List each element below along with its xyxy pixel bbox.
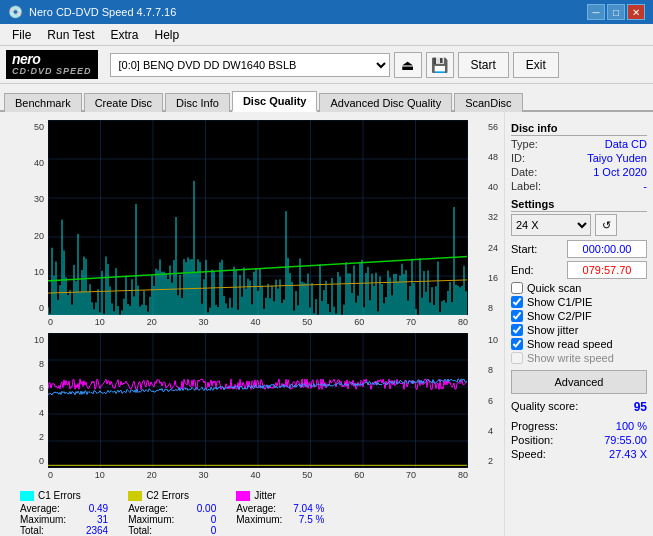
disc-id-value: Taiyo Yuden (587, 152, 647, 164)
logo-nero: nero (12, 52, 92, 67)
logo-cdspeed: CD·DVD SPEED (12, 67, 92, 77)
c2-total-row: Total: 0 (128, 525, 216, 536)
c1-maximum-value: 31 (78, 514, 108, 525)
c1-color (20, 491, 34, 501)
progress-label: Progress: (511, 420, 558, 432)
show-write-speed-label: Show write speed (527, 352, 614, 364)
titlebar-left: 💿 Nero CD-DVD Speed 4.7.7.16 (8, 5, 176, 19)
start-time-row: Start: (511, 240, 647, 258)
nero-logo: nero CD·DVD SPEED (6, 50, 98, 79)
bottom-chart-y-axis-left: 1086420 (12, 333, 44, 468)
quick-scan-label: Quick scan (527, 282, 581, 294)
menu-help[interactable]: Help (147, 26, 188, 44)
bottom-chart-x-axis: 01020304050607080 (48, 468, 468, 482)
quality-score-row: Quality score: 95 (511, 400, 647, 414)
position-value: 79:55.00 (604, 434, 647, 446)
minimize-button[interactable]: ─ (587, 4, 605, 20)
maximize-button[interactable]: □ (607, 4, 625, 20)
c2-color (128, 491, 142, 501)
jitter-legend: Jitter Average: 7.04 % Maximum: 7.5 % (236, 490, 324, 536)
tab-create-disc[interactable]: Create Disc (84, 93, 163, 112)
bottom-chart-canvas (48, 333, 468, 468)
refresh-button[interactable]: ↺ (595, 214, 617, 236)
menu-extra[interactable]: Extra (102, 26, 146, 44)
end-time-row: End: (511, 261, 647, 279)
close-button[interactable]: ✕ (627, 4, 645, 20)
tab-advanced-disc-quality[interactable]: Advanced Disc Quality (319, 93, 452, 112)
menu-file[interactable]: File (4, 26, 39, 44)
drive-select[interactable]: [0:0] BENQ DVD DD DW1640 BSLB (110, 53, 390, 77)
position-label: Position: (511, 434, 553, 446)
c1-average-value: 0.49 (78, 503, 108, 514)
disc-date-value: 1 Oct 2020 (593, 166, 647, 178)
end-time-input[interactable] (567, 261, 647, 279)
start-button[interactable]: Start (458, 52, 509, 78)
jitter-maximum-row: Maximum: 7.5 % (236, 514, 324, 525)
show-c2pif-checkbox[interactable] (511, 310, 523, 322)
show-c1pie-checkbox[interactable] (511, 296, 523, 308)
main-content: 50403020100 5648403224168 01020304050607… (0, 112, 653, 536)
speed-value: 27.43 X (609, 448, 647, 460)
c2-maximum-value: 0 (186, 514, 216, 525)
tab-scan-disc[interactable]: ScanDisc (454, 93, 522, 112)
show-read-speed-checkbox[interactable] (511, 338, 523, 350)
start-time-input[interactable] (567, 240, 647, 258)
c2-average-row: Average: 0.00 (128, 503, 216, 514)
toolbar: nero CD·DVD SPEED [0:0] BENQ DVD DD DW16… (0, 46, 653, 84)
progress-section: Progress: 100 % Position: 79:55.00 Speed… (511, 420, 647, 460)
disc-id-row: ID: Taiyo Yuden (511, 152, 647, 164)
save-button[interactable]: 💾 (426, 52, 454, 78)
disc-label-value: - (643, 180, 647, 192)
speed-select[interactable]: 24 X Maximum 4 X 8 X 16 X 32 X (511, 214, 591, 236)
jitter-average-value: 7.04 % (293, 503, 324, 514)
progress-value: 100 % (616, 420, 647, 432)
jitter-average-row: Average: 7.04 % (236, 503, 324, 514)
top-chart-y-axis-left: 50403020100 (12, 120, 44, 315)
disc-date-label: Date: (511, 166, 537, 178)
menu-run-test[interactable]: Run Test (39, 26, 102, 44)
exit-button[interactable]: Exit (513, 52, 559, 78)
show-read-speed-label: Show read speed (527, 338, 613, 350)
show-read-speed-row: Show read speed (511, 338, 647, 350)
show-c1pie-label: Show C1/PIE (527, 296, 592, 308)
jitter-label: Jitter (254, 490, 276, 501)
start-label: Start: (511, 243, 537, 255)
app-icon: 💿 (8, 5, 23, 19)
advanced-button[interactable]: Advanced (511, 370, 647, 394)
show-c1pie-row: Show C1/PIE (511, 296, 647, 308)
c2-label: C2 Errors (146, 490, 189, 501)
show-write-speed-row: Show write speed (511, 352, 647, 364)
settings-title: Settings (511, 198, 647, 212)
position-row: Position: 79:55.00 (511, 434, 647, 446)
disc-id-label: ID: (511, 152, 525, 164)
right-panel: Disc info Type: Data CD ID: Taiyo Yuden … (504, 112, 653, 536)
disc-eject-button[interactable]: ⏏ (394, 52, 422, 78)
disc-type-row: Type: Data CD (511, 138, 647, 150)
end-label: End: (511, 264, 534, 276)
c1-average-row: Average: 0.49 (20, 503, 108, 514)
c1-total-row: Total: 2364 (20, 525, 108, 536)
c1-total-value: 2364 (78, 525, 108, 536)
disc-info-title: Disc info (511, 122, 647, 136)
show-c2pif-row: Show C2/PIF (511, 310, 647, 322)
jitter-color (236, 491, 250, 501)
show-jitter-checkbox[interactable] (511, 324, 523, 336)
show-jitter-row: Show jitter (511, 324, 647, 336)
c1-maximum-row: Maximum: 31 (20, 514, 108, 525)
bottom-chart-y-axis-right: 108642 (488, 333, 498, 468)
tab-disc-info[interactable]: Disc Info (165, 93, 230, 112)
disc-date-row: Date: 1 Oct 2020 (511, 166, 647, 178)
c2-total-value: 0 (186, 525, 216, 536)
progress-row: Progress: 100 % (511, 420, 647, 432)
chart-area: 50403020100 5648403224168 01020304050607… (0, 112, 504, 536)
c1-label: C1 Errors (38, 490, 81, 501)
tab-benchmark[interactable]: Benchmark (4, 93, 82, 112)
speed-settings-row: 24 X Maximum 4 X 8 X 16 X 32 X ↺ (511, 214, 647, 236)
quality-value: 95 (634, 400, 647, 414)
c2-maximum-row: Maximum: 0 (128, 514, 216, 525)
top-chart-y-axis-right: 5648403224168 (488, 120, 498, 315)
quick-scan-checkbox[interactable] (511, 282, 523, 294)
tab-disc-quality[interactable]: Disc Quality (232, 91, 318, 112)
disc-label-row: Label: - (511, 180, 647, 192)
titlebar-controls: ─ □ ✕ (587, 4, 645, 20)
